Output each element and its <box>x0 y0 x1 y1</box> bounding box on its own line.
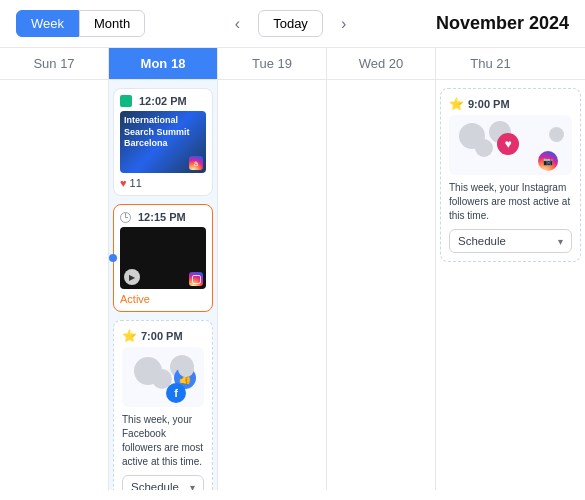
heart-icon: ♥ <box>120 177 127 189</box>
nav-controls: ‹ Today › <box>229 10 352 37</box>
day-col-thu: ⭐ 9:00 PM ♥ 📷 This week, your Instagram … <box>436 80 585 490</box>
calendar-body: 12:02 PM International Search Summit Bar… <box>0 80 585 490</box>
optimal-text-mon: This week, your Facebook followers are m… <box>122 413 204 469</box>
optimal-card-thu: ⭐ 9:00 PM ♥ 📷 This week, your Instagram … <box>440 88 581 262</box>
likes-row: ♥ 11 <box>120 177 206 189</box>
today-btn[interactable]: Today <box>258 10 323 37</box>
active-label: Active <box>120 293 206 305</box>
day-col-tue <box>218 80 327 490</box>
app-container: Week Month ‹ Today › November 2024 Sun 1… <box>0 0 585 490</box>
optimal-card-mon: ⭐ 7:00 PM 👍 f This week, your Facebook f… <box>113 320 213 490</box>
play-button[interactable]: ▶ <box>124 269 140 285</box>
event-card-1[interactable]: 12:02 PM International Search Summit Bar… <box>113 88 213 196</box>
instagram-badge-2 <box>189 272 203 286</box>
day-header-wed: Wed 20 <box>327 48 436 79</box>
day-header-sun: Sun 17 <box>0 48 109 79</box>
week-view-btn[interactable]: Week <box>16 10 79 37</box>
optimal-text-thu: This week, your Instagram followers are … <box>449 181 572 223</box>
schedule-btn-thu[interactable]: Schedule ▾ <box>449 229 572 253</box>
chevron-down-icon-thu: ▾ <box>558 236 563 247</box>
month-view-btn[interactable]: Month <box>79 10 145 37</box>
day-header-thu: Thu 21 <box>436 48 545 79</box>
event-card-2[interactable]: 12:15 PM ▶ Active <box>113 204 213 312</box>
prev-btn[interactable]: ‹ <box>229 11 246 37</box>
video-thumb: ▶ <box>120 227 206 289</box>
post-image-1: International Search Summit Barcelona à <box>120 111 206 173</box>
social-graphic-thu: ♥ 📷 <box>449 115 572 175</box>
day-col-sun <box>0 80 109 490</box>
top-bar: Week Month ‹ Today › November 2024 <box>0 0 585 48</box>
event-time-1: 12:02 PM <box>120 95 206 107</box>
optimal-time-mon: ⭐ 7:00 PM <box>122 329 204 343</box>
view-toggles: Week Month <box>16 10 145 37</box>
post-title: International Search Summit Barcelona <box>124 115 206 150</box>
social-graphic-mon: 👍 f <box>122 347 204 407</box>
day-header-mon: Mon 18 <box>109 48 218 79</box>
star-icon-thu: ⭐ <box>449 97 464 111</box>
optimal-time-thu: ⭐ 9:00 PM <box>449 97 572 111</box>
blue-dot <box>109 254 117 262</box>
chevron-down-icon: ▾ <box>190 482 195 491</box>
day-col-mon: 12:02 PM International Search Summit Bar… <box>109 80 218 490</box>
event-time-2: 12:15 PM <box>120 211 206 223</box>
calendar-icon <box>120 95 132 107</box>
schedule-btn-mon[interactable]: Schedule ▾ <box>122 475 204 490</box>
next-btn[interactable]: › <box>335 11 352 37</box>
day-col-wed <box>327 80 436 490</box>
instagram-badge-1: à <box>189 156 203 170</box>
day-header-tue: Tue 19 <box>218 48 327 79</box>
clock-icon <box>120 212 131 223</box>
month-title: November 2024 <box>436 13 569 34</box>
day-headers: Sun 17 Mon 18 Tue 19 Wed 20 Thu 21 <box>0 48 585 80</box>
likes-count: 11 <box>130 177 142 189</box>
star-icon-mon: ⭐ <box>122 329 137 343</box>
